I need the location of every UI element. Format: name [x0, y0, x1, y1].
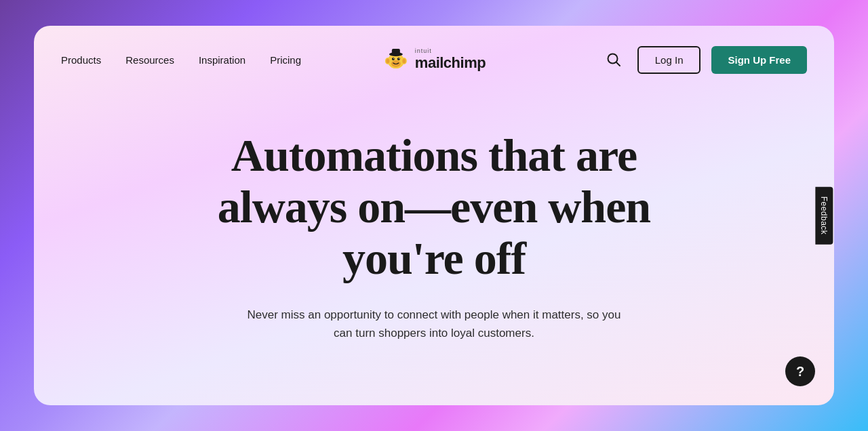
svg-point-8: [397, 58, 400, 60]
logo-mailchimp-text: mailchimp: [415, 54, 486, 72]
logo-text: intuit mailchimp: [415, 47, 486, 72]
nav-item-resources[interactable]: Resources: [125, 54, 174, 66]
signup-button[interactable]: Sign Up Free: [711, 46, 807, 74]
nav-right: Log In Sign Up Free: [601, 46, 807, 74]
svg-point-4: [386, 59, 389, 64]
nav-item-inspiration[interactable]: Inspiration: [199, 54, 245, 66]
navbar: Products Resources Inspiration Pricing: [34, 26, 834, 94]
svg-point-5: [402, 59, 406, 64]
login-button[interactable]: Log In: [637, 46, 701, 74]
logo-intuit-text: intuit: [415, 47, 432, 54]
nav-left: Products Resources Inspiration Pricing: [61, 54, 301, 66]
hero-title: Automations that are always on—even when…: [203, 129, 665, 284]
hero-section: Automations that are always on—even when…: [34, 94, 834, 405]
main-card: Products Resources Inspiration Pricing: [34, 26, 834, 405]
nav-item-pricing[interactable]: Pricing: [270, 54, 301, 66]
svg-point-9: [393, 58, 394, 59]
search-button[interactable]: [601, 47, 627, 73]
svg-point-7: [392, 58, 395, 60]
logo[interactable]: intuit mailchimp: [382, 46, 486, 73]
search-icon: [606, 52, 621, 67]
hero-subtitle: Never miss an opportunity to connect wit…: [244, 306, 624, 342]
svg-rect-12: [392, 49, 400, 56]
svg-point-10: [399, 58, 399, 59]
logo-icon: [382, 46, 410, 73]
help-button[interactable]: ?: [785, 356, 815, 386]
nav-item-products[interactable]: Products: [61, 54, 101, 66]
feedback-tab[interactable]: Feedback: [816, 187, 833, 245]
